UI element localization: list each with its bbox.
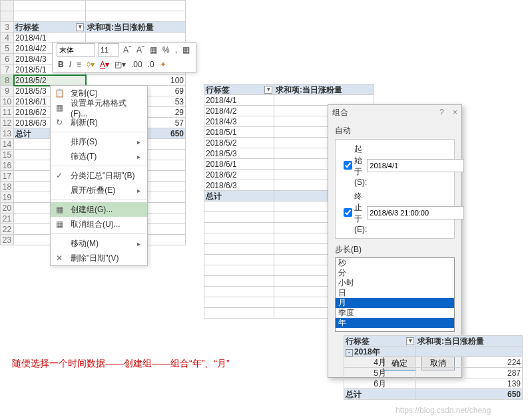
grid-result: 行标签▾ 求和项:当日涨粉量 -2018年 4月2245月2876月139 总计… <box>344 335 523 400</box>
decimal-dec-icon[interactable]: .0 <box>146 61 156 69</box>
annotation-text: 随便选择一个时间数据——创建组——组合“年”、“月” <box>12 358 230 370</box>
chevron-right-icon: ▸ <box>137 187 140 194</box>
collapse-icon[interactable]: - <box>346 349 353 356</box>
watermark: https://blog.csdn.net/cheng <box>396 406 491 415</box>
total-value: 650 <box>416 389 523 400</box>
fontsize-select[interactable] <box>98 43 119 57</box>
start-input[interactable] <box>367 159 464 172</box>
border-icon[interactable]: ◰▾ <box>113 61 127 69</box>
font-select[interactable] <box>57 43 95 57</box>
end-checkbox[interactable] <box>344 208 352 217</box>
menu-format-cells[interactable]: ▦设置单元格格式(F)... <box>51 100 147 115</box>
menu-move[interactable]: 移动(M)▸ <box>51 236 147 251</box>
chevron-right-icon: ▸ <box>137 240 140 247</box>
clear-icon[interactable]: ✦ <box>158 61 168 69</box>
close-icon[interactable]: × <box>453 108 457 117</box>
filter-dropdown-icon[interactable]: ▾ <box>406 337 414 345</box>
menu-filter[interactable]: 筛选(T)▸ <box>51 149 147 164</box>
bold-icon[interactable]: B <box>57 61 65 69</box>
start-checkbox[interactable] <box>344 161 352 170</box>
decrease-font-icon[interactable]: Aˇ <box>135 46 146 54</box>
help-icon[interactable]: ? <box>439 108 444 117</box>
end-label: 终止于(E): <box>354 191 367 234</box>
menu-delete[interactable]: ✕删除"日期"(V) <box>51 251 147 265</box>
year-row[interactable]: -2018年 <box>344 347 416 357</box>
percent-icon[interactable]: % <box>161 46 171 54</box>
step-list[interactable]: 秒分小时日月季度年 <box>335 257 455 332</box>
format-cells-icon: ▦ <box>53 103 65 112</box>
chevron-right-icon: ▸ <box>137 153 140 160</box>
menu-refresh[interactable]: ↻刷新(R) <box>51 115 147 130</box>
copy-icon: 📋 <box>53 88 65 98</box>
start-label: 起始于(S): <box>354 144 367 187</box>
delete-icon: ✕ <box>53 253 65 263</box>
increase-font-icon[interactable]: Aˆ <box>122 46 133 54</box>
check-icon: ✓ <box>53 171 65 180</box>
fill-color-icon[interactable]: ◊▾ <box>85 61 96 69</box>
table-icon[interactable]: ▦ <box>181 46 191 54</box>
chevron-right-icon: ▸ <box>137 138 140 146</box>
group-icon: ▦ <box>53 205 65 214</box>
menu-expand[interactable]: 展开/折叠(E)▸ <box>51 183 147 198</box>
end-input[interactable] <box>367 206 464 219</box>
step-label: 步长(B) <box>335 244 455 255</box>
ungroup-icon: ▦ <box>53 219 65 229</box>
dialog-title: 组合 <box>332 107 348 118</box>
menu-sort[interactable]: 排序(S)▸ <box>51 134 147 149</box>
refresh-icon: ↻ <box>53 118 65 127</box>
format-painter-icon[interactable]: ▦ <box>148 46 158 54</box>
menu-create-group[interactable]: ▦创建组(G)... <box>51 202 147 217</box>
mini-toolbar: Aˆ Aˇ ▦ % , ▦ B I ≡ ◊▾ A▾ ◰▾ .00 .0 ✦ <box>52 42 196 72</box>
menu-ungroup[interactable]: ▦取消组合(U)... <box>51 217 147 231</box>
menu-subtotal[interactable]: ✓分类汇总"日期"(B) <box>51 168 147 183</box>
align-icon[interactable]: ≡ <box>75 61 83 69</box>
pivot-value-header: 求和项:当日涨粉量 <box>416 336 523 347</box>
pivot-rowlabel-header[interactable]: 行标签▾ <box>344 336 416 347</box>
auto-label: 自动 <box>335 125 455 136</box>
total-label: 总计 <box>344 389 416 400</box>
decimal-inc-icon[interactable]: .00 <box>130 61 144 69</box>
context-menu: 📋复制(C) ▦设置单元格格式(F)... ↻刷新(R) 排序(S)▸ 筛选(T… <box>50 85 148 266</box>
comma-icon[interactable]: , <box>174 46 178 54</box>
italic-icon[interactable]: I <box>68 61 73 69</box>
font-color-icon[interactable]: A▾ <box>99 61 111 69</box>
